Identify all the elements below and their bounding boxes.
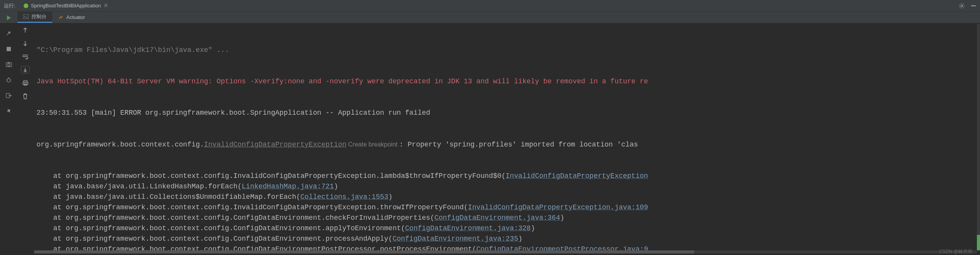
stack-frame: at java.base/java.util.LinkedHashMap.for…	[34, 181, 977, 192]
gear-icon[interactable]	[959, 3, 965, 9]
stack-frame: at org.springframework.boot.context.conf…	[34, 234, 977, 244]
run-icon[interactable]	[5, 14, 13, 22]
cmd-line: "C:\Program Files\Java\jdk17\bin\java.ex…	[34, 45, 977, 55]
run-label: 运行:	[4, 2, 16, 9]
tab-actuator[interactable]: Actuator	[52, 12, 91, 23]
stack-frame: at org.springframework.boot.context.conf…	[34, 171, 977, 181]
svg-rect-6	[8, 62, 9, 63]
soft-wrap-icon[interactable]	[21, 53, 29, 60]
minimize-icon[interactable]	[971, 3, 976, 9]
svg-rect-9	[23, 14, 29, 19]
title-bar: 运行: SpringBootTestBilBilApplication	[0, 0, 980, 12]
exit-icon[interactable]	[5, 91, 13, 100]
svg-rect-10	[24, 81, 27, 82]
svg-point-0	[24, 3, 28, 8]
source-link[interactable]: InvalidConfigDataPropertyException.java:…	[468, 203, 648, 211]
stack-frame: at org.springframework.boot.context.conf…	[34, 244, 977, 250]
console-icon	[23, 14, 29, 19]
error-line: 23:50:31.553 [main] ERROR org.springfram…	[34, 108, 977, 118]
tab-console-label: 控制台	[31, 13, 47, 20]
exception-line: org.springframework.boot.context.config.…	[34, 139, 977, 150]
watermark: CSDN @林月明	[939, 248, 972, 255]
svg-rect-2	[971, 5, 976, 6]
wrench-icon[interactable]	[5, 29, 13, 38]
svg-rect-3	[7, 47, 11, 51]
close-tab-icon[interactable]	[104, 3, 108, 9]
source-link[interactable]: InvalidConfigDataPropertyException	[506, 172, 648, 180]
source-link[interactable]: ConfigDataEnvironmentPostProcessor.java:…	[476, 245, 648, 250]
svg-point-5	[8, 64, 10, 66]
tab-actuator-label: Actuator	[66, 14, 85, 20]
stack-trace: at org.springframework.boot.context.conf…	[34, 171, 977, 250]
horizontal-scrollbar-thumb[interactable]	[34, 250, 694, 253]
scroll-to-end-icon[interactable]	[21, 66, 29, 74]
vertical-scrollbar-thumb[interactable]	[977, 235, 980, 250]
stack-frame: at org.springframework.boot.context.conf…	[34, 213, 977, 223]
actuator-icon	[58, 15, 64, 20]
svg-rect-11	[23, 82, 28, 84]
scroll-up-icon[interactable]	[21, 26, 29, 34]
svg-point-7	[7, 78, 10, 82]
pin-icon[interactable]	[5, 107, 13, 115]
bug-icon[interactable]	[5, 76, 13, 84]
console-toolbar	[17, 23, 33, 100]
horizontal-scrollbar[interactable]	[34, 250, 977, 253]
exception-link[interactable]: InvalidConfigDataPropertyException	[204, 141, 346, 148]
spring-icon	[23, 3, 29, 9]
console-output[interactable]: "C:\Program Files\Java\jdk17\bin\java.ex…	[34, 24, 977, 250]
tab-bar: 控制台 Actuator	[0, 12, 980, 23]
stack-frame: at java.base/java.util.Collections$Unmod…	[34, 192, 977, 202]
source-link[interactable]: ConfigDataEnvironment.java:235	[392, 235, 518, 243]
warning-line: Java HotSpot(TM) 64-Bit Server VM warnin…	[34, 76, 977, 87]
source-link[interactable]: ConfigDataEnvironment.java:364	[434, 214, 560, 222]
tab-console[interactable]: 控制台	[17, 12, 52, 23]
app-title: SpringBootTestBilBilApplication	[31, 3, 101, 9]
scroll-down-icon[interactable]	[21, 40, 29, 47]
trash-icon[interactable]	[21, 92, 29, 100]
source-link[interactable]: ConfigDataEnvironment.java:328	[405, 224, 531, 232]
source-link[interactable]: Collections.java:1553	[301, 193, 389, 201]
svg-point-1	[961, 5, 963, 6]
camera-icon[interactable]	[5, 60, 13, 69]
vertical-scrollbar[interactable]	[977, 24, 980, 250]
stack-frame: at org.springframework.boot.context.conf…	[34, 223, 977, 234]
stack-frame: at org.springframework.boot.context.conf…	[34, 202, 977, 213]
run-sidebar	[0, 12, 17, 115]
print-icon[interactable]	[21, 79, 29, 87]
create-breakpoint-chip[interactable]: Create breakpoint	[346, 141, 399, 148]
source-link[interactable]: LinkedHashMap.java:721	[242, 183, 334, 190]
stop-icon[interactable]	[5, 45, 13, 53]
